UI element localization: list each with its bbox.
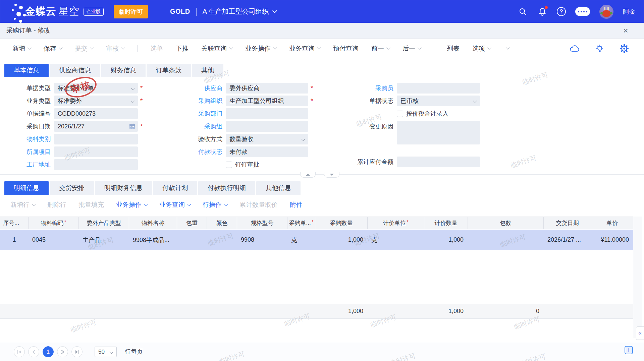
- purchase-group-input[interactable]: [226, 121, 308, 132]
- supplier-link[interactable]: 供应商: [171, 83, 226, 94]
- close-icon[interactable]: ×: [623, 26, 628, 35]
- material-category-input[interactable]: [54, 134, 138, 144]
- column-header-8[interactable]: 采购数量: [315, 217, 367, 229]
- column-header-5[interactable]: 颜色: [207, 217, 237, 229]
- tab-1[interactable]: 供应商信息: [50, 64, 100, 77]
- acceptance-mode-select[interactable]: 数量验收: [226, 134, 308, 144]
- change-reason-textarea[interactable]: [397, 121, 480, 144]
- collapse-down-button[interactable]: [324, 172, 339, 178]
- collapse-up-button[interactable]: [300, 172, 316, 178]
- toolbar-button-more-dropdown[interactable]: [503, 48, 509, 49]
- doc-status-select[interactable]: 已审核: [397, 96, 480, 106]
- supplier-input[interactable]: 委外供应商: [226, 83, 308, 94]
- payment-status-link[interactable]: 付款状态: [171, 146, 226, 157]
- detail-toolbar-button-删除行[interactable]: 删除行: [47, 200, 66, 209]
- tab-2[interactable]: 财务信息: [101, 64, 146, 77]
- toolbar-button-列表[interactable]: 列表: [447, 44, 460, 53]
- column-header-13[interactable]: 单价: [591, 217, 633, 229]
- prev-page-button[interactable]: [28, 346, 39, 357]
- column-header-6[interactable]: 规格型号: [237, 217, 287, 229]
- scrollbar-gutter[interactable]: [633, 217, 642, 338]
- chevron-down-icon[interactable]: [272, 8, 277, 13]
- toolbar-button-选单[interactable]: 选单: [150, 44, 163, 53]
- tab-0[interactable]: 基本信息: [4, 64, 49, 77]
- cell-2[interactable]: 主产品: [78, 230, 129, 250]
- avatar[interactable]: [599, 5, 613, 19]
- toolbar-button-保存[interactable]: 保存: [44, 44, 62, 53]
- column-header-11[interactable]: 包数: [468, 217, 543, 229]
- biz-type-select[interactable]: 标准委外: [54, 96, 138, 106]
- side-collapse-handle[interactable]: «: [636, 326, 644, 340]
- search-icon[interactable]: [518, 7, 528, 17]
- cell-0[interactable]: 1: [0, 230, 28, 250]
- detail-toolbar-button-附件[interactable]: 附件: [290, 200, 303, 209]
- factory-address-input[interactable]: [54, 159, 138, 170]
- purchase-dept-link[interactable]: 采购部门: [171, 108, 226, 119]
- toolbar-button-业务操作[interactable]: 业务操作: [245, 44, 276, 53]
- cell-5[interactable]: [207, 230, 237, 250]
- cloud-icon[interactable]: [570, 45, 580, 53]
- purchase-org-link[interactable]: 采购组织: [171, 96, 226, 106]
- detail-toolbar-button-累计数量取价[interactable]: 累计数量取价: [239, 200, 278, 209]
- table-row[interactable]: 10045主产品9908半成品...9908克1,000克1,0002026/1…: [0, 230, 633, 250]
- column-header-10[interactable]: 计价数量: [424, 217, 468, 229]
- cell-4[interactable]: [177, 230, 207, 250]
- cell-9[interactable]: 克: [367, 230, 424, 250]
- detail-toolbar-button-业务查询[interactable]: 业务查询: [159, 200, 191, 209]
- purchase-dept-input[interactable]: [226, 108, 308, 119]
- first-page-button[interactable]: [14, 346, 25, 357]
- purchaser-input[interactable]: [397, 83, 480, 94]
- toolbar-button-业务查询[interactable]: 业务查询: [289, 44, 320, 53]
- cell-1[interactable]: 0045: [28, 230, 78, 250]
- org-switcher[interactable]: A 生产加工型公司组织: [203, 7, 269, 16]
- cell-11[interactable]: [468, 230, 543, 250]
- page-size-select[interactable]: 50: [95, 347, 117, 357]
- detail-toolbar-button-业务操作[interactable]: 业务操作: [116, 200, 147, 209]
- help-icon[interactable]: ?: [557, 7, 566, 16]
- more-apps-icon[interactable]: [575, 7, 590, 16]
- cell-6[interactable]: 9908: [237, 230, 287, 250]
- factory-address-link[interactable]: 工厂地址: [4, 159, 54, 170]
- cell-13[interactable]: ¥11.00000: [591, 230, 633, 250]
- detail-toolbar-button-行操作[interactable]: 行操作: [203, 200, 227, 209]
- cell-12[interactable]: 2026/1/27 ...: [543, 230, 591, 250]
- purchase-org-input[interactable]: 生产加工型公司组织: [226, 96, 308, 106]
- project-input[interactable]: [54, 146, 138, 157]
- current-page-button[interactable]: 1: [43, 346, 54, 357]
- project-link[interactable]: 所属项目: [4, 146, 54, 157]
- column-header-12[interactable]: 交货日期: [543, 217, 591, 229]
- toolbar-button-选项[interactable]: 选项: [472, 44, 491, 53]
- detail-tab-2[interactable]: 明细财务信息: [95, 181, 152, 195]
- detail-tab-0[interactable]: 明细信息: [4, 181, 49, 195]
- detail-tab-1[interactable]: 交货安排: [50, 181, 94, 195]
- cell-3[interactable]: 9908半成品...: [129, 230, 177, 250]
- calendar-icon[interactable]: [129, 123, 135, 129]
- cell-7[interactable]: 克: [287, 230, 315, 250]
- column-header-2[interactable]: 委外产品类型: [78, 217, 129, 229]
- tab-3[interactable]: 订单条款: [147, 64, 191, 77]
- detail-tab-3[interactable]: 付款计划: [153, 181, 197, 195]
- detail-tab-5[interactable]: 其他信息: [256, 181, 301, 195]
- toolbar-button-关联查询[interactable]: 关联查询: [201, 44, 232, 53]
- purchase-date-input[interactable]: 2026/1/27: [54, 121, 138, 132]
- cell-10[interactable]: 1,000: [424, 230, 468, 250]
- toolbar-button-新增[interactable]: 新增: [12, 44, 31, 53]
- column-header-7[interactable]: 采购单...*: [287, 217, 315, 229]
- total-payable-input[interactable]: [397, 157, 480, 167]
- toolbar-button-提交[interactable]: 提交: [75, 44, 93, 53]
- tax-inclusive-checkbox[interactable]: [397, 111, 403, 117]
- detail-tab-4[interactable]: 付款执行明细: [198, 181, 255, 195]
- next-page-button[interactable]: [57, 346, 68, 357]
- gear-icon[interactable]: [620, 44, 629, 53]
- toolbar-button-前一[interactable]: 前一: [371, 44, 390, 53]
- detail-toolbar-button-批量填充[interactable]: 批量填充: [78, 200, 104, 209]
- bell-icon[interactable]: [537, 7, 547, 17]
- cell-8[interactable]: 1,000: [315, 230, 367, 250]
- tab-4[interactable]: 其他: [192, 64, 223, 77]
- last-page-button[interactable]: [71, 346, 83, 357]
- toolbar-button-预付查询[interactable]: 预付查询: [333, 44, 359, 53]
- toolbar-button-审核[interactable]: 审核: [106, 44, 124, 53]
- assistant-bulb-icon[interactable]: [595, 44, 604, 53]
- doc-no-input[interactable]: CGDD000273: [54, 108, 138, 119]
- purchaser-link[interactable]: 采购员: [343, 83, 397, 94]
